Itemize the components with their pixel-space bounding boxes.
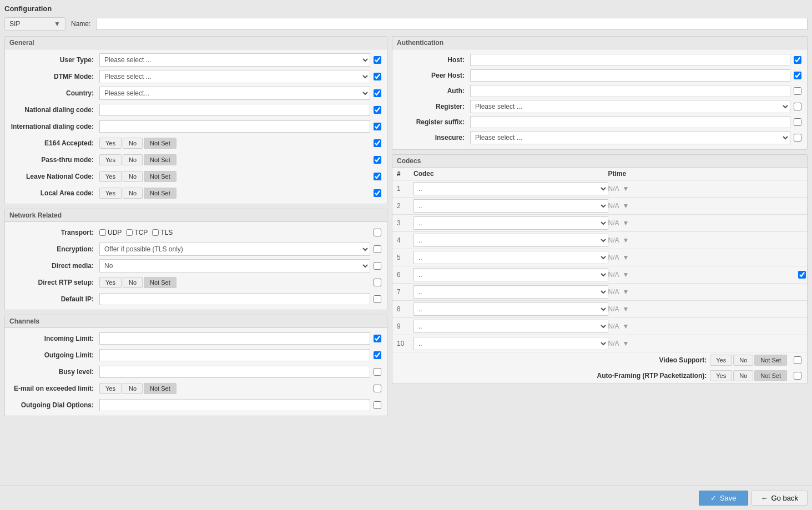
video-support-yes-btn[interactable]: Yes — [710, 355, 732, 366]
e164-no-btn[interactable]: No — [123, 138, 143, 149]
incoming-limit-checkbox[interactable] — [374, 335, 381, 342]
go-back-button[interactable]: ← Go back — [752, 491, 808, 506]
direct-media-select[interactable]: No — [99, 259, 370, 272]
passthru-notset-btn[interactable]: Not Set — [144, 154, 176, 165]
outgoing-dial-checkbox[interactable] — [374, 401, 381, 409]
outgoing-limit-input[interactable] — [99, 349, 370, 361]
register-suffix-checkbox[interactable] — [794, 118, 801, 126]
default-ip-input[interactable] — [99, 293, 370, 305]
leave-national-no-btn[interactable]: No — [123, 171, 143, 182]
ptime-val-4: N/A — [608, 236, 619, 244]
tcp-checkbox[interactable] — [126, 229, 133, 236]
leave-national-checkbox[interactable] — [374, 173, 381, 180]
auto-framing-notset-btn[interactable]: Not Set — [754, 370, 787, 381]
direct-rtp-label: Direct RTP setup: — [11, 279, 99, 286]
direct-rtp-notset-btn[interactable]: Not Set — [144, 277, 176, 288]
e164-checkbox[interactable] — [374, 139, 381, 147]
direct-rtp-no-btn[interactable]: No — [123, 277, 143, 288]
sip-dropdown[interactable]: SIP ▼ — [4, 17, 65, 31]
video-support-checkbox[interactable] — [794, 356, 801, 364]
country-checkbox[interactable] — [374, 89, 381, 97]
national-dialing-control — [99, 104, 370, 116]
passthru-no-btn[interactable]: No — [123, 154, 143, 165]
host-input[interactable] — [470, 54, 790, 66]
register-checkbox[interactable] — [794, 103, 801, 110]
insecure-checkbox[interactable] — [794, 134, 801, 142]
codec-6-checkbox[interactable] — [798, 271, 806, 279]
tcp-label: TCP — [134, 229, 148, 236]
codec-dropdown-4[interactable]: .. — [413, 234, 608, 247]
auth-input[interactable] — [470, 85, 790, 97]
national-dialing-checkbox[interactable] — [374, 106, 381, 114]
video-support-notset-btn[interactable]: Not Set — [754, 355, 787, 366]
auth-checkbox[interactable] — [794, 87, 801, 95]
encryption-checkbox[interactable] — [374, 245, 381, 253]
leave-national-notset-btn[interactable]: Not Set — [144, 171, 176, 182]
codec-select-2: .. — [413, 199, 608, 213]
name-input[interactable] — [96, 18, 808, 30]
encryption-select[interactable]: Offer if possible (TLS only) — [99, 243, 370, 256]
peer-host-checkbox[interactable] — [794, 72, 801, 79]
udp-checkbox[interactable] — [99, 229, 106, 236]
codec-select-8: .. — [413, 302, 608, 316]
video-support-no-btn[interactable]: No — [733, 355, 753, 366]
local-area-no-btn[interactable]: No — [123, 188, 143, 199]
transport-main-checkbox[interactable] — [374, 229, 381, 236]
user-type-select[interactable]: Please select ... — [99, 53, 370, 67]
direct-rtp-yes-btn[interactable]: Yes — [99, 277, 122, 288]
auto-framing-checkbox[interactable] — [794, 372, 801, 380]
international-dialing-checkbox[interactable] — [374, 123, 381, 130]
national-dialing-input[interactable] — [99, 104, 370, 116]
auto-framing-no-btn[interactable]: No — [733, 370, 753, 381]
peer-host-input[interactable] — [470, 69, 790, 82]
country-select[interactable]: Please select... — [99, 87, 370, 100]
dtmf-mode-select[interactable]: Please select ... — [99, 70, 370, 83]
codec-dropdown-1[interactable]: .. — [413, 182, 608, 195]
page-title: Configuration — [4, 4, 808, 13]
host-checkbox[interactable] — [794, 56, 801, 64]
codec-dropdown-10[interactable]: .. — [413, 337, 608, 350]
codec-dropdown-3[interactable]: .. — [413, 216, 608, 230]
user-type-checkbox[interactable] — [374, 56, 381, 64]
codec-dropdown-8[interactable]: .. — [413, 302, 608, 316]
passthru-yes-btn[interactable]: Yes — [99, 154, 122, 165]
local-area-notset-btn[interactable]: Not Set — [144, 188, 176, 199]
insecure-select[interactable]: Please select ... — [470, 131, 790, 144]
email-exceeded-yes-btn[interactable]: Yes — [99, 383, 122, 394]
outgoing-limit-checkbox[interactable] — [374, 351, 381, 359]
direct-rtp-checkbox[interactable] — [374, 279, 381, 286]
email-exceeded-no-btn[interactable]: No — [123, 383, 143, 394]
general-section: General User Type: Please select ... — [4, 36, 387, 204]
outgoing-dial-input[interactable] — [99, 399, 370, 411]
direct-media-checkbox[interactable] — [374, 262, 381, 270]
dtmf-mode-checkbox[interactable] — [374, 73, 381, 80]
transport-control: UDP TCP TLS — [99, 229, 370, 236]
codec-dropdown-5[interactable]: .. — [413, 251, 608, 264]
register-select[interactable]: Please select ... — [470, 100, 790, 113]
passthru-row: Pass-thru mode: Yes No Not Set — [11, 153, 381, 167]
incoming-limit-input[interactable] — [99, 332, 370, 345]
busy-level-checkbox[interactable] — [374, 368, 381, 376]
e164-yes-btn[interactable]: Yes — [99, 138, 122, 149]
local-area-yes-btn[interactable]: Yes — [99, 188, 122, 199]
busy-level-input[interactable] — [99, 366, 370, 378]
default-ip-checkbox[interactable] — [374, 295, 381, 303]
codec-dropdown-7[interactable]: .. — [413, 285, 608, 299]
tls-checkbox[interactable] — [152, 229, 159, 236]
e164-notset-btn[interactable]: Not Set — [144, 138, 176, 149]
local-area-checkbox[interactable] — [374, 189, 381, 197]
email-exceeded-notset-btn[interactable]: Not Set — [144, 383, 176, 394]
codec-dropdown-2[interactable]: .. — [413, 199, 608, 213]
email-exceeded-checkbox[interactable] — [374, 385, 381, 392]
international-dialing-input[interactable] — [99, 120, 370, 133]
user-type-control: Please select ... — [99, 53, 370, 67]
passthru-checkbox[interactable] — [374, 156, 381, 164]
codec-dropdown-9[interactable]: .. — [413, 320, 608, 333]
codec-dropdown-6[interactable]: .. — [413, 268, 608, 281]
auto-framing-yes-btn[interactable]: Yes — [710, 370, 732, 381]
passthru-control: Yes No Not Set — [99, 154, 370, 165]
leave-national-yes-btn[interactable]: Yes — [99, 171, 122, 182]
encryption-control: Offer if possible (TLS only) — [99, 243, 370, 256]
register-suffix-input[interactable] — [470, 116, 790, 128]
save-button[interactable]: ✓ Save — [699, 491, 748, 506]
